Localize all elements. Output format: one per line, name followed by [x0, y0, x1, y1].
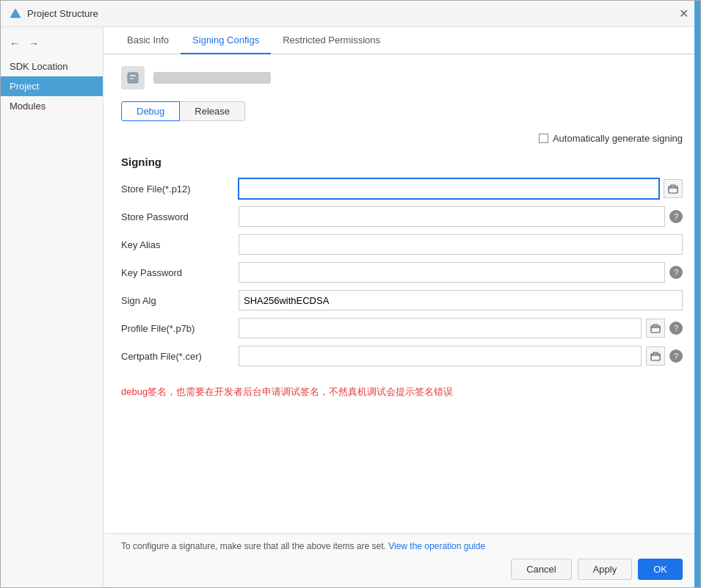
store-password-label: Store Password	[121, 211, 239, 222]
svg-rect-6	[651, 354, 660, 360]
ok-button[interactable]: OK	[638, 559, 683, 580]
debug-release-tabs: Debug Release	[121, 101, 683, 121]
forward-arrow[interactable]: →	[26, 36, 42, 51]
profile-file-input-wrap: ?	[239, 318, 683, 338]
store-password-help-btn[interactable]: ?	[669, 210, 683, 223]
certpath-file-help-btn[interactable]: ?	[669, 349, 683, 363]
tab-basic-info[interactable]: Basic Info	[115, 27, 181, 54]
auto-sign-checkbox[interactable]	[539, 134, 548, 143]
project-structure-dialog: Project Structure ✕ ← → SDK Location Pro…	[0, 0, 701, 588]
bottom-info: To configure a signature, make sure that…	[121, 541, 683, 551]
apply-button[interactable]: Apply	[578, 559, 633, 580]
right-edge-accent	[694, 1, 700, 587]
sidebar-item-modules[interactable]: Modules	[1, 96, 103, 116]
bottom-bar: To configure a signature, make sure that…	[103, 533, 700, 587]
sign-alg-label: Sign Alg	[121, 295, 239, 306]
title-bar-left: Project Structure	[10, 8, 98, 20]
debug-note: debug签名，也需要在开发者后台申请调试签名，不然真机调试会提示签名错误	[121, 385, 683, 399]
sign-alg-input-wrap	[239, 290, 683, 311]
back-arrow[interactable]: ←	[7, 36, 23, 51]
svg-rect-5	[651, 326, 660, 333]
store-file-input[interactable]	[239, 178, 659, 199]
operation-guide-link[interactable]: View the operation guide	[388, 541, 485, 551]
dialog-title: Project Structure	[27, 8, 98, 19]
key-password-row: Key Password ?	[121, 262, 683, 283]
svg-marker-0	[10, 9, 21, 18]
key-alias-input-wrap	[239, 234, 683, 255]
key-password-input[interactable]	[239, 262, 665, 283]
svg-rect-2	[130, 75, 136, 76]
certpath-file-input[interactable]	[239, 346, 642, 366]
bottom-info-text: To configure a signature, make sure that…	[121, 541, 386, 551]
debug-tab[interactable]: Debug	[121, 101, 180, 121]
nav-arrows: ← →	[1, 33, 103, 57]
store-file-row: Store File(*.p12)	[121, 178, 683, 199]
bottom-buttons: Cancel Apply OK	[121, 559, 683, 580]
key-alias-input[interactable]	[239, 234, 683, 255]
key-alias-row: Key Alias	[121, 234, 683, 255]
key-password-help-btn[interactable]: ?	[669, 266, 683, 279]
store-password-input-wrap: ?	[239, 206, 683, 227]
profile-file-row: Profile File(*.p7b) ?	[121, 318, 683, 338]
key-password-label: Key Password	[121, 267, 239, 278]
project-name	[153, 72, 271, 84]
title-bar: Project Structure ✕	[1, 1, 700, 27]
project-header	[121, 66, 683, 90]
profile-file-browse-btn[interactable]	[646, 319, 665, 338]
app-icon	[10, 8, 21, 20]
sign-alg-input[interactable]	[239, 290, 683, 311]
auto-sign-label: Automatically generate signing	[553, 133, 683, 144]
store-file-label: Store File(*.p12)	[121, 184, 239, 195]
svg-rect-3	[130, 78, 134, 79]
store-file-input-wrap	[239, 178, 683, 199]
panel: Debug Release Automatically generate sig…	[103, 54, 700, 533]
tab-bar: Basic Info Signing Configs Restricted Pe…	[103, 27, 700, 54]
tab-restricted-permissions[interactable]: Restricted Permissions	[271, 27, 392, 54]
profile-file-help-btn[interactable]: ?	[669, 322, 683, 335]
release-tab[interactable]: Release	[180, 101, 245, 121]
key-password-input-wrap: ?	[239, 262, 683, 283]
sign-alg-row: Sign Alg	[121, 290, 683, 311]
store-file-browse-btn[interactable]	[664, 179, 683, 198]
sidebar-item-sdk-location[interactable]: SDK Location	[1, 57, 103, 76]
tab-signing-configs[interactable]: Signing Configs	[181, 27, 271, 54]
sidebar-item-project[interactable]: Project	[1, 76, 103, 96]
key-alias-label: Key Alias	[121, 239, 239, 250]
certpath-file-label: Certpath File(*.cer)	[121, 351, 239, 362]
store-password-row: Store Password ?	[121, 206, 683, 227]
content-area: Basic Info Signing Configs Restricted Pe…	[103, 27, 700, 587]
certpath-file-row: Certpath File(*.cer) ?	[121, 346, 683, 366]
certpath-file-input-wrap: ?	[239, 346, 683, 366]
signing-section-title: Signing	[121, 156, 683, 168]
project-icon	[121, 66, 145, 90]
svg-rect-4	[669, 186, 678, 193]
close-button[interactable]: ✕	[676, 8, 691, 20]
profile-file-label: Profile File(*.p7b)	[121, 323, 239, 334]
auto-sign-row: Automatically generate signing	[121, 133, 683, 144]
sidebar: ← → SDK Location Project Modules	[1, 27, 103, 587]
store-password-input[interactable]	[239, 206, 665, 227]
certpath-file-browse-btn[interactable]	[646, 346, 665, 366]
cancel-button[interactable]: Cancel	[511, 559, 571, 580]
main-content: ← → SDK Location Project Modules Basic I…	[1, 27, 700, 587]
profile-file-input[interactable]	[239, 318, 642, 338]
